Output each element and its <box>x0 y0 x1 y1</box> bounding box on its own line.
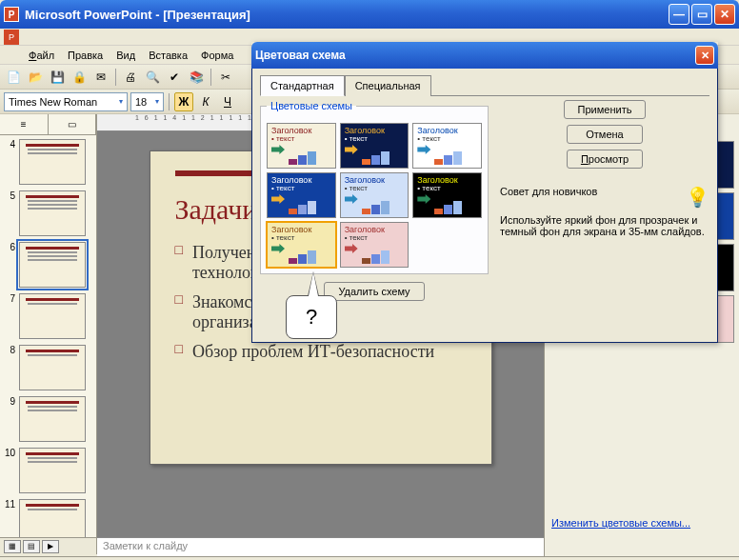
slideshow-view-icon[interactable]: ▶ <box>42 540 59 553</box>
save-icon[interactable]: 💾 <box>48 68 67 87</box>
spell-icon[interactable]: ✔ <box>165 68 184 87</box>
normal-view-icon[interactable]: ▦ <box>4 540 21 553</box>
scheme-swatch-4[interactable]: Заголовок• текст <box>267 172 336 218</box>
schemes-legend: Цветовые схемы <box>267 100 356 111</box>
menu-format[interactable]: Форма <box>195 48 239 63</box>
italic-button[interactable]: К <box>196 92 215 111</box>
lightbulb-icon: 💡 <box>686 186 709 209</box>
thumb-num: 10 <box>4 448 15 458</box>
menu-file[interactable]: ФФайлайл <box>23 48 60 63</box>
scheme-swatch-2[interactable]: Заголовок• текст <box>340 123 409 169</box>
slide-thumb-10[interactable] <box>19 448 86 493</box>
dialog-close-button[interactable]: ✕ <box>695 46 714 65</box>
bold-button[interactable]: Ж <box>174 92 193 111</box>
underline-button[interactable]: Ч <box>218 92 237 111</box>
scheme-swatch-8[interactable]: Заголовок• текст <box>340 222 409 268</box>
window-titlebar: P Microsoft PowerPoint - [Презентация] —… <box>0 0 739 29</box>
cut-icon[interactable]: ✂ <box>216 68 235 87</box>
thumb-num: 7 <box>4 293 15 304</box>
scheme-swatch-7[interactable]: Заголовок• текст <box>267 222 336 268</box>
research-icon[interactable]: 📚 <box>187 68 206 87</box>
schemes-fieldset: Цветовые схемы Заголовок• текст Заголово… <box>260 100 489 274</box>
preview-button[interactable]: Просмотр <box>567 150 643 169</box>
document-icon: P <box>4 30 19 45</box>
minimize-button[interactable]: — <box>669 4 689 25</box>
thumb-num: 11 <box>4 499 15 510</box>
slide-thumb-7[interactable] <box>19 293 86 339</box>
slide-bullet-3[interactable]: Обзор проблем ИТ-безопасности <box>175 342 467 362</box>
outline-pane: ≡ ▭ 4 5 6 7 8 9 10 11 <box>0 114 97 537</box>
thumb-num: 5 <box>4 190 15 201</box>
slide-thumb-5[interactable] <box>19 190 86 236</box>
font-family-select[interactable]: Times New Roman▾ <box>4 92 128 111</box>
slide-thumb-4[interactable] <box>19 139 86 185</box>
apply-button[interactable]: Применить <box>564 100 647 119</box>
scheme-swatch-5[interactable]: Заголовок• текст <box>340 172 409 218</box>
thumb-num: 4 <box>4 139 15 150</box>
slide-thumb-9[interactable] <box>19 396 86 442</box>
thumb-num: 9 <box>4 396 15 407</box>
tab-standard[interactable]: Стандартная <box>260 75 345 96</box>
preview-icon[interactable]: 🔍 <box>143 68 162 87</box>
permission-icon[interactable]: 🔒 <box>70 68 89 87</box>
status-bar: Слайд 6 из 25 Квадрант русский (Россия) <box>0 556 739 560</box>
mail-icon[interactable]: ✉ <box>91 68 110 87</box>
tip-heading: Совет для новичков <box>500 186 597 197</box>
powerpoint-icon: P <box>4 7 19 22</box>
window-title: Microsoft PowerPoint - [Презентация] <box>25 8 669 22</box>
tab-slides[interactable]: ▭ <box>49 114 97 134</box>
tip-body: Используйте яркий фон для прозрачек и те… <box>500 214 709 237</box>
slide-thumb-8[interactable] <box>19 345 86 390</box>
callout-bubble: ? <box>286 295 337 339</box>
tab-outline[interactable]: ≡ <box>0 114 49 134</box>
maximize-button[interactable]: ▭ <box>691 4 712 25</box>
scheme-swatch-1[interactable]: Заголовок• текст <box>267 123 336 169</box>
scheme-swatch-6[interactable]: Заголовок• текст <box>412 172 482 218</box>
edit-schemes-link[interactable]: Изменить цветовые схемы... <box>548 511 736 534</box>
menu-edit[interactable]: Правка <box>62 48 109 63</box>
delete-scheme-button[interactable]: Удалить схему <box>324 282 424 301</box>
scheme-swatch-3[interactable]: Заголовок• текст <box>412 123 482 169</box>
new-icon[interactable]: 📄 <box>4 68 23 87</box>
dialog-title-text: Цветовая схема <box>255 49 346 62</box>
print-icon[interactable]: 🖨 <box>121 68 140 87</box>
thumb-num: 8 <box>4 345 15 355</box>
notes-pane[interactable]: Заметки к слайду <box>97 537 544 556</box>
open-icon[interactable]: 📂 <box>26 68 45 87</box>
menu-insert[interactable]: Вставка <box>143 48 193 63</box>
slide-thumb-11[interactable] <box>19 499 86 537</box>
thumb-num: 6 <box>4 242 15 252</box>
font-size-select[interactable]: 18▾ <box>130 92 164 111</box>
dialog-titlebar[interactable]: Цветовая схема ✕ <box>251 42 718 69</box>
callout-question-mark: ? <box>306 305 317 330</box>
help-callout: ? <box>286 295 337 339</box>
slide-thumb-6[interactable] <box>19 242 86 288</box>
tab-custom[interactable]: Специальная <box>345 75 431 96</box>
close-button[interactable]: ✕ <box>714 4 735 25</box>
cancel-button[interactable]: Отмена <box>567 125 643 144</box>
slide-thumbnails[interactable]: 4 5 6 7 8 9 10 11 <box>0 135 96 537</box>
sorter-view-icon[interactable]: ▤ <box>23 540 40 553</box>
menu-view[interactable]: Вид <box>110 48 141 63</box>
